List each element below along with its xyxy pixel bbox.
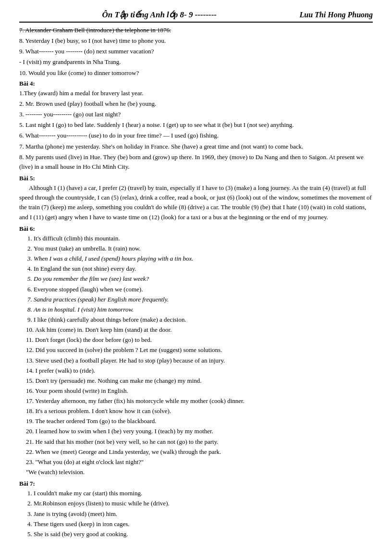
- list-item: 23. "What you (do) at eight o'clock last…: [26, 457, 373, 467]
- line-9b: - I (visit) my grandparents in Nha Trang…: [19, 57, 373, 67]
- list-item: Do you remember the film we (see) last w…: [34, 274, 373, 284]
- list-item: 18. It's a serious problem. I don't know…: [26, 406, 373, 416]
- list-item: Sandra practices (speak) her English mor…: [34, 295, 373, 304]
- list-item: 14. I prefer (walk) to (ride).: [26, 366, 373, 376]
- bai4-title: Bài 4:: [19, 80, 35, 87]
- main-content: 7. Alexander Graham Bell (introduce) the…: [19, 25, 373, 540]
- header-author: Luu Thi Hong Phuong: [300, 11, 373, 19]
- list-item: 17. Yesterday afternoon, my father (fix)…: [26, 396, 373, 406]
- bai7-title: Bài 7:: [19, 480, 35, 487]
- bai5-section: Bài 5: Although I (1) (have) a car, I pr…: [19, 174, 373, 222]
- list-item: 11. Don't forget (lock) the door before …: [26, 335, 373, 345]
- list-item: In England the sun (not shine) every day…: [34, 264, 373, 274]
- bai4-item-4: 6. What-------- you---------- (use) to d…: [19, 131, 373, 140]
- list-item: Jane is trying (avoid) (meet) him.: [34, 509, 373, 519]
- list-item: 15. Don't try (persuade) me. Nothing can…: [26, 376, 373, 386]
- list-item: It's difficult (climb) this mountain.: [34, 234, 373, 243]
- bai5-text: Although I (1) (have) a car, I prefer (2…: [19, 183, 373, 222]
- bai4-item-1: 2. Mr. Brown used (play) football when h…: [19, 99, 373, 109]
- bai4-item-5: 7. Martha (phone) me yesterday. She's on…: [19, 142, 373, 151]
- header-title: Ôn Tập tiếng Anh lớp 8- 9 --------: [19, 10, 300, 20]
- bai4-item-3: 5. Last night I (go) to bed late. Sudden…: [19, 120, 373, 130]
- bai6-list: It's difficult (climb) this mountain.You…: [34, 234, 373, 477]
- list-item: 12. Did you succeed in (solve) the probl…: [26, 345, 373, 355]
- bai4-items: 1.They (award) him a medal for bravery l…: [19, 88, 373, 172]
- bai5-title: Bài 5:: [19, 175, 35, 182]
- bai6-title: Bài 6:: [19, 225, 35, 232]
- list-item: 16. Your poem should (write) in English.: [26, 386, 373, 396]
- bai4-item-6: 8. My parents used (live) in Hue. They (…: [19, 152, 373, 172]
- list-item: When I was a child, I used (spend) hours…: [34, 254, 373, 264]
- bai4-section: Bài 4: 1.They (award) him a medal for br…: [19, 79, 373, 172]
- list-item: These tigers used (keep) in iron cages.: [34, 519, 373, 529]
- list-item: I couldn't make my car (start) this morn…: [34, 489, 373, 498]
- list-item: 10. Ask him (come) in. Don't keep him (s…: [26, 325, 373, 335]
- list-item: "We (watch) television.: [26, 467, 373, 477]
- bai7-section: Bài 7: I couldn't make my car (start) th…: [19, 479, 373, 540]
- list-item: You must (take) an umbrella. It (rain) n…: [34, 244, 373, 253]
- bai7-list: I couldn't make my car (start) this morn…: [34, 489, 373, 540]
- bai6-section: Bài 6: It's difficult (climb) this mount…: [19, 224, 373, 477]
- list-item: 20. I learned how to swim when I (be) ve…: [26, 427, 373, 436]
- line-9: 9. What------- you -------- (do) next su…: [19, 47, 373, 56]
- list-item: 22. When we (meet) George and Linda yest…: [26, 447, 373, 457]
- list-item: An is in hospital. I (visit) him tomorro…: [34, 305, 373, 314]
- page-header: Ôn Tập tiếng Anh lớp 8- 9 -------- Luu T…: [19, 10, 373, 23]
- list-item: Mr.Robinson enjoys (listen) to music whi…: [34, 499, 373, 508]
- line-8: 8. Yesterday I (be) busy, so I (not have…: [19, 36, 373, 46]
- bai4-item-2: 3. -------- you--------- (go) out last n…: [19, 110, 373, 119]
- list-item: I like (think) carefully about things be…: [34, 315, 373, 325]
- list-item: 13. Steve used (be) a football player. H…: [26, 356, 373, 365]
- lines-before-bai4: 8. Yesterday I (be) busy, so I (not have…: [19, 36, 373, 78]
- list-item: Everyone stopped (laugh) when we (come).: [34, 285, 373, 294]
- list-item: 21. He said that his mother (not be) ver…: [26, 437, 373, 447]
- list-item: 19. The teacher ordered Tom (go) to the …: [26, 416, 373, 426]
- list-item: She is said (be) very good at cooking.: [34, 529, 373, 539]
- strikethrough-line: 7. Alexander Graham Bell (introduce) the…: [19, 25, 373, 35]
- line-10: 10. Would you like (come) to dinner tomo…: [19, 68, 373, 78]
- bai4-item-0: 1.They (award) him a medal for bravery l…: [19, 88, 373, 98]
